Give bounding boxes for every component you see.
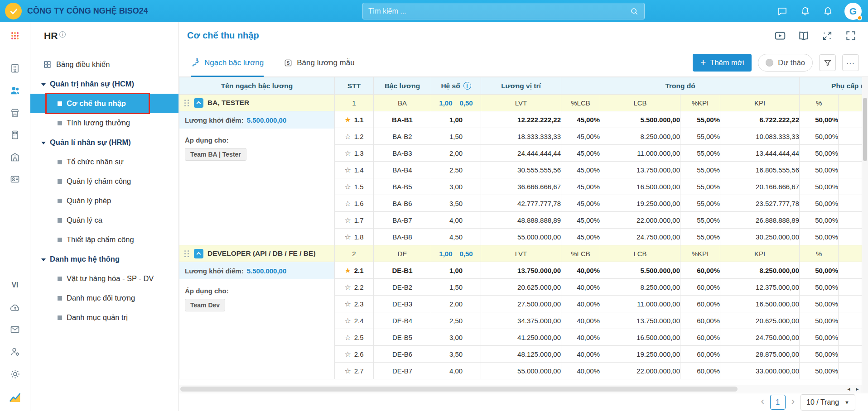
account-settings-icon[interactable]: [5, 343, 24, 361]
sub-column-label: LCB: [600, 95, 680, 111]
collapse-group-button[interactable]: [194, 98, 203, 108]
salary-row[interactable]: Lương khởi điểm:5.500.000,00Áp dụng cho:…: [179, 111, 862, 128]
step-coefficient[interactable]: 0,50: [460, 99, 473, 107]
settings-gear-icon[interactable]: [5, 365, 24, 383]
sidebar-item[interactable]: Cơ chế thu nhập: [30, 94, 178, 113]
sidebar-item[interactable]: Quản lý chấm công: [30, 172, 178, 191]
announcement-bell-icon[interactable]: [799, 5, 811, 17]
base-coefficient[interactable]: 1,00: [439, 99, 452, 107]
drag-handle-icon[interactable]: [183, 249, 190, 258]
chat-icon[interactable]: [776, 5, 788, 17]
sidebar-item[interactable]: Vật tư hàng hóa - SP - DV: [30, 269, 178, 288]
sidebar-item[interactable]: Quản lý ca: [30, 210, 178, 230]
collapse-group-button[interactable]: [194, 249, 203, 258]
horizontal-scrollbar[interactable]: ◄ ►: [179, 385, 862, 393]
tab-salary-scale[interactable]: $Ngạch bậc lương: [191, 49, 264, 77]
starting-salary-value[interactable]: 5.500.000,00: [247, 116, 287, 124]
star-filled-icon[interactable]: ★: [344, 266, 351, 275]
vertical-scroll-thumb[interactable]: [863, 98, 867, 161]
avatar[interactable]: G: [844, 3, 862, 20]
star-outline-icon[interactable]: ☆: [344, 233, 351, 241]
building-module-icon[interactable]: [5, 59, 24, 77]
tab-salary-template[interactable]: SBảng lương mẫu: [284, 49, 354, 77]
star-outline-icon[interactable]: ☆: [344, 199, 351, 208]
next-page-button[interactable]: ›: [791, 397, 795, 406]
current-page[interactable]: 1: [770, 395, 786, 410]
horizontal-scroll-thumb[interactable]: [180, 387, 738, 392]
prev-page-button[interactable]: ‹: [761, 397, 764, 406]
group-stt: 1: [335, 95, 374, 111]
star-outline-icon[interactable]: ☆: [344, 350, 351, 358]
more-actions-button[interactable]: ...: [842, 54, 859, 71]
scroll-right-icon[interactable]: ►: [853, 385, 862, 393]
star-outline-icon[interactable]: ☆: [344, 300, 351, 308]
hr-module-icon[interactable]: [5, 81, 24, 100]
level-code: DE-B2: [374, 279, 431, 296]
sidebar-group[interactable]: Danh mục hệ thống: [30, 249, 178, 269]
add-new-button[interactable]: + Thêm mới: [693, 54, 752, 72]
star-outline-icon[interactable]: ☆: [344, 283, 351, 292]
sidebar-item[interactable]: Danh mục đối tượng: [30, 288, 178, 308]
empty-cell: [839, 195, 862, 212]
starting-salary-value[interactable]: 5.500.000,00: [247, 267, 287, 275]
user-guide-icon[interactable]: [796, 29, 811, 43]
star-outline-icon[interactable]: ☆: [344, 316, 351, 325]
language-switch[interactable]: VI: [5, 276, 24, 294]
search-input[interactable]: [368, 7, 630, 15]
apply-to-label: Áp dụng cho:: [185, 287, 334, 295]
star-outline-icon[interactable]: ☆: [344, 166, 351, 174]
lcb-percent: 40,00%: [561, 329, 600, 346]
sidebar-item[interactable]: Bảng điều khiển: [30, 55, 178, 74]
star-filled-icon[interactable]: ★: [344, 115, 351, 124]
page-size-select[interactable]: 10 / Trang ▼: [800, 394, 855, 411]
drag-handle-icon[interactable]: [183, 99, 190, 107]
row-index: 1.4: [354, 166, 364, 174]
global-search[interactable]: [362, 3, 645, 19]
filter-button[interactable]: [819, 54, 836, 71]
star-outline-icon[interactable]: ☆: [344, 132, 351, 141]
empty-cell: [839, 145, 862, 162]
adjust-view-icon[interactable]: [820, 29, 834, 43]
star-outline-icon[interactable]: ☆: [344, 216, 351, 225]
module-info-icon[interactable]: i: [59, 31, 66, 38]
accounting-module-icon[interactable]: [5, 126, 24, 144]
company-name: CÔNG TY CÔNG NGHỆ BISO24: [27, 6, 148, 16]
sidebar-item[interactable]: Quản lý phép: [30, 191, 178, 210]
fullscreen-icon[interactable]: [844, 29, 858, 43]
notifications-bell-icon[interactable]: [822, 5, 834, 17]
search-icon[interactable]: [630, 7, 639, 16]
salary-row[interactable]: Lương khởi điểm:5.500.000,00Áp dụng cho:…: [179, 262, 862, 279]
app-launcher-icon[interactable]: [5, 27, 24, 45]
apply-tag: Team BA | Tester: [185, 148, 246, 161]
app-rail: VI: [0, 22, 30, 411]
star-outline-icon[interactable]: ☆: [344, 333, 351, 342]
position-salary-value: 36.666.666,67: [481, 178, 561, 195]
scroll-left-icon[interactable]: ◄: [844, 385, 853, 393]
cloud-sync-icon[interactable]: [5, 298, 24, 316]
draft-status-button[interactable]: Dự thảo: [758, 54, 813, 72]
video-tutorial-icon[interactable]: [773, 29, 787, 43]
sidebar-item[interactable]: Danh mục quản trị: [30, 308, 178, 327]
star-outline-icon[interactable]: ☆: [344, 182, 351, 191]
idcard-module-icon[interactable]: [5, 170, 24, 188]
sidebar-item[interactable]: Thiết lập chấm công: [30, 230, 178, 249]
coefficient-value: 1,00: [431, 111, 481, 128]
office-module-icon[interactable]: [5, 148, 24, 166]
row-index: 2.2: [354, 283, 364, 291]
base-coefficient[interactable]: 1,00: [439, 250, 452, 258]
star-outline-icon[interactable]: ☆: [344, 149, 351, 158]
sidebar-group[interactable]: Quản trị nhân sự (HCM): [30, 74, 178, 94]
app-logo[interactable]: [5, 388, 24, 406]
mail-icon[interactable]: [5, 320, 24, 339]
sidebar-item[interactable]: Tổ chức nhân sự: [30, 152, 178, 172]
bullet-icon: [58, 277, 62, 281]
store-module-icon[interactable]: [5, 104, 24, 122]
vertical-scrollbar[interactable]: [862, 77, 868, 393]
stt-cell: ☆1.8: [335, 229, 374, 245]
info-icon[interactable]: i: [463, 82, 471, 90]
star-outline-icon[interactable]: ☆: [344, 367, 351, 375]
step-coefficient[interactable]: 0,50: [460, 250, 473, 258]
company-logo-icon[interactable]: [5, 3, 22, 19]
sidebar-group[interactable]: Quản lí nhân sự (HRM): [30, 133, 178, 152]
sidebar-item[interactable]: Tính lương thưởng: [30, 113, 178, 133]
